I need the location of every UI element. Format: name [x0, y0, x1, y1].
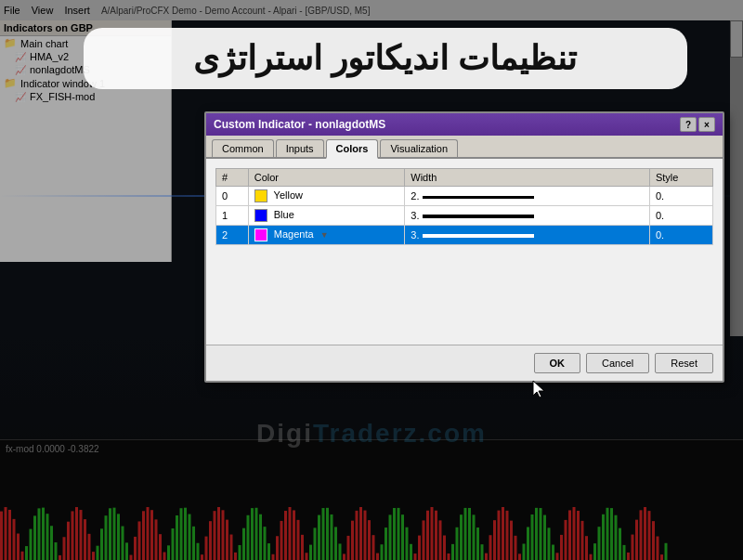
- row0-width-val: 2.: [411, 190, 419, 202]
- row0-color[interactable]: Yellow: [248, 187, 405, 206]
- row0-width[interactable]: 2.: [405, 187, 650, 206]
- row0-style[interactable]: 0.: [649, 187, 712, 206]
- row2-color-name: Magenta: [274, 228, 314, 240]
- tab-visualization[interactable]: Visualization: [380, 139, 458, 157]
- row1-width-line: [423, 215, 534, 218]
- row1-style[interactable]: 0.: [649, 206, 712, 226]
- row2-width-line: [423, 234, 534, 238]
- persian-title-text: تنظیمات اندیکاتور استراتژی: [106, 39, 665, 78]
- row0-width-line: [423, 196, 534, 199]
- persian-banner: تنظیمات اندیکاتور استراتژی: [84, 28, 687, 89]
- row2-style[interactable]: 0.: [649, 226, 712, 245]
- col-header-color: Color: [248, 169, 405, 187]
- tab-colors[interactable]: Colors: [326, 139, 379, 159]
- row1-color-swatch: [254, 209, 267, 222]
- color-settings-table: # Color Width Style 0 Yellow 2.: [215, 168, 713, 245]
- dialog-content: # Color Width Style 0 Yellow 2.: [206, 159, 723, 345]
- row1-color-name: Blue: [274, 209, 294, 220]
- col-header-width: Width: [405, 169, 650, 187]
- row1-width[interactable]: 3.: [405, 206, 650, 226]
- row1-color[interactable]: Blue: [248, 206, 405, 226]
- dialog-title: Custom Indicator - nonlagdotMS: [214, 118, 678, 131]
- tab-common[interactable]: Common: [212, 139, 274, 157]
- tab-inputs[interactable]: Inputs: [276, 139, 324, 157]
- row2-color[interactable]: Magenta ▼: [248, 226, 405, 245]
- dialog-titlebar: Custom Indicator - nonlagdotMS ? ×: [206, 113, 723, 136]
- custom-indicator-dialog: Custom Indicator - nonlagdotMS ? × Commo…: [204, 111, 724, 383]
- row2-width-val: 3.: [411, 229, 419, 241]
- col-header-style: Style: [649, 169, 712, 187]
- row1-width-val: 3.: [411, 210, 419, 221]
- row0-num: 0: [216, 187, 249, 206]
- ok-button[interactable]: OK: [534, 353, 581, 373]
- table-row[interactable]: 0 Yellow 2. 0.: [216, 187, 713, 206]
- row2-width[interactable]: 3.: [405, 226, 650, 245]
- row2-num: 2: [216, 226, 249, 245]
- dialog-tabs: Common Inputs Colors Visualization: [206, 136, 723, 159]
- dialog-footer: OK Cancel Reset: [206, 345, 723, 381]
- row1-num: 1: [216, 206, 249, 226]
- cancel-button[interactable]: Cancel: [586, 353, 649, 373]
- row0-color-swatch: [254, 189, 267, 202]
- reset-button[interactable]: Reset: [655, 353, 713, 373]
- table-row[interactable]: 1 Blue 3. 0.: [216, 206, 713, 226]
- row2-dropdown-icon[interactable]: ▼: [320, 230, 329, 240]
- row0-color-name: Yellow: [274, 189, 303, 201]
- table-row-selected[interactable]: 2 Magenta ▼ 3. 0.: [216, 226, 713, 245]
- row2-color-swatch: [254, 228, 267, 241]
- dialog-help-button[interactable]: ?: [680, 117, 697, 132]
- col-header-num: #: [216, 169, 249, 187]
- dialog-close-button[interactable]: ×: [698, 117, 715, 132]
